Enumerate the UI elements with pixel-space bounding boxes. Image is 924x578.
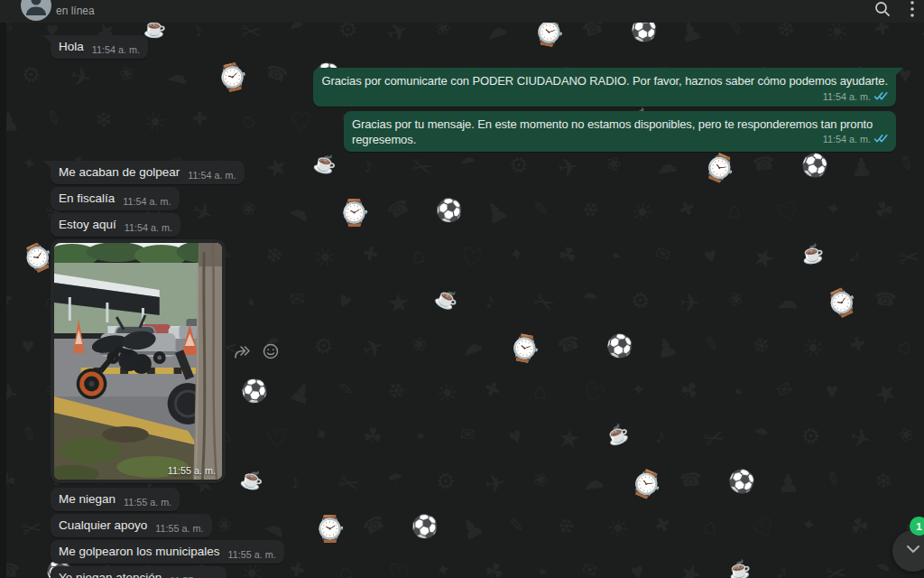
message-row: Cualquier apoyo 11:55 a. m. [6, 514, 924, 537]
message-list: Hola 11:54 a. m. Gracias por comunicarte… [6, 23, 924, 578]
unread-count-badge: 1 [910, 517, 924, 536]
message-text: Cualquier apoyo [59, 517, 147, 534]
message-text: Estoy aquí [59, 217, 116, 233]
message-row: 11:55 a. m. [6, 239, 924, 483]
chat-list-panel-edge [0, 0, 6, 578]
incoming-message-bubble[interactable]: Hola 11:54 a. m. [51, 35, 148, 59]
message-time: 11:55 a. m. [124, 497, 171, 508]
contact-status: en línea [56, 5, 95, 17]
forward-icon [234, 344, 252, 363]
react-button[interactable] [261, 343, 281, 363]
incoming-message-bubble[interactable]: Cualquier apoyo 11:55 a. m. [51, 514, 212, 537]
message-time: 11:55 a. m. [155, 523, 203, 534]
message-row: Estoy aquí 11:54 a. m. [6, 213, 924, 237]
message-time: 11:55 a. m. [228, 549, 276, 560]
message-time: 11:55 a. m. [168, 465, 216, 476]
message-row: Gracias por tu mensaje. En este momento … [6, 111, 924, 152]
emoji-icon [262, 342, 280, 364]
message-row: Hola 11:54 a. m. [6, 35, 924, 59]
message-text: Ye niegan atención [59, 570, 162, 578]
message-text: Hola [59, 39, 84, 55]
photo-message-bubble[interactable]: 11:55 a. m. [51, 239, 226, 483]
message-time: 11:54 a. m. [823, 91, 871, 102]
message-text: Me golpearon los municipales [59, 544, 220, 560]
incoming-message-bubble[interactable]: Me niegan 11:55 a. m. [51, 488, 180, 511]
double-check-icon [873, 89, 888, 105]
message-text: En fiscalía [59, 191, 115, 207]
contact-avatar[interactable] [21, 0, 51, 21]
message-text: Me acaban de golpear [59, 164, 180, 181]
message-text: Gracias por tu mensaje. En este momento … [352, 117, 888, 147]
message-time: 11:54 a. m. [823, 134, 871, 144]
chevron-down-icon [903, 539, 923, 563]
incoming-message-bubble[interactable]: Estoy aquí 11:54 a. m. [51, 213, 180, 237]
chat-header: en línea [0, 0, 924, 23]
message-time: 11:54 a. m. [123, 196, 171, 207]
message-hover-actions [233, 343, 281, 363]
message-row: Gracias por comunicarte con PODER CIUDAD… [6, 68, 924, 107]
double-check-icon [873, 131, 888, 147]
message-row: Me niegan 11:55 a. m. [6, 488, 924, 511]
outgoing-message-bubble[interactable]: Gracias por tu mensaje. En este momento … [344, 111, 896, 152]
message-row: Me golpearon los municipales 11:55 a. m. [6, 540, 924, 564]
message-time: 11:54 a. m. [125, 222, 172, 233]
message-row: Ye niegan atención 11:55 a. m. [6, 566, 924, 578]
message-row: En fiscalía 11:54 a. m. [6, 187, 924, 210]
photo-message-image[interactable]: 11:55 a. m. [54, 243, 222, 480]
search-button[interactable] [864, 0, 901, 22]
incoming-message-bubble[interactable]: En fiscalía 11:54 a. m. [51, 187, 180, 210]
menu-button[interactable] [901, 0, 924, 22]
forward-button[interactable] [233, 343, 253, 363]
message-row: Me acaban de golpear 11:54 a. m. [6, 161, 924, 184]
kebab-menu-icon [910, 0, 915, 22]
message-time: 11:54 a. m. [92, 44, 140, 55]
incoming-message-bubble[interactable]: Ye niegan atención 11:55 a. m. [51, 566, 226, 578]
message-text: Gracias por comunicarte con PODER CIUDAD… [321, 73, 888, 89]
outgoing-message-bubble[interactable]: Gracias por comunicarte con PODER CIUDAD… [313, 68, 896, 107]
default-user-icon [21, 0, 51, 21]
search-icon [873, 0, 892, 22]
incoming-message-bubble[interactable]: Me golpearon los municipales 11:55 a. m. [51, 540, 284, 564]
incoming-message-bubble[interactable]: Me acaban de golpear 11:54 a. m. [51, 161, 245, 184]
message-text: Me niegan [59, 491, 116, 508]
message-time: 11:54 a. m. [188, 170, 236, 181]
